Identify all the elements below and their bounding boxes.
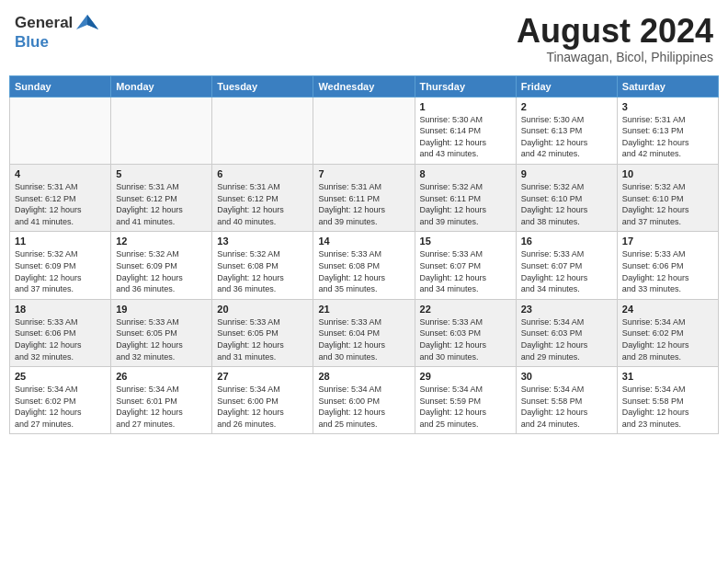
- day-number: 30: [521, 371, 612, 382]
- calendar-cell: 20Sunrise: 5:33 AM Sunset: 6:05 PM Dayli…: [212, 299, 313, 366]
- calendar-cell: 4Sunrise: 5:31 AM Sunset: 6:12 PM Daylig…: [10, 164, 111, 231]
- day-info: Sunrise: 5:33 AM Sunset: 6:07 PM Dayligh…: [521, 248, 612, 294]
- calendar-cell: 10Sunrise: 5:32 AM Sunset: 6:10 PM Dayli…: [617, 164, 718, 231]
- calendar-cell: 24Sunrise: 5:34 AM Sunset: 6:02 PM Dayli…: [617, 299, 718, 366]
- col-saturday: Saturday: [617, 75, 718, 97]
- day-number: 4: [15, 168, 106, 179]
- day-number: 13: [217, 236, 308, 247]
- calendar-cell: 2Sunrise: 5:30 AM Sunset: 6:13 PM Daylig…: [516, 97, 617, 164]
- logo-blue-text: Blue: [15, 33, 49, 51]
- col-monday: Monday: [111, 75, 212, 97]
- day-number: 23: [521, 304, 612, 315]
- day-info: Sunrise: 5:34 AM Sunset: 6:00 PM Dayligh…: [217, 384, 308, 430]
- calendar-cell: 3Sunrise: 5:31 AM Sunset: 6:13 PM Daylig…: [617, 97, 718, 164]
- day-number: 29: [420, 371, 511, 382]
- title-block: August 2024 Tinawagan, Bicol, Philippine…: [517, 13, 713, 64]
- calendar-table: Sunday Monday Tuesday Wednesday Thursday…: [9, 75, 719, 435]
- calendar-cell: [111, 97, 212, 164]
- day-info: Sunrise: 5:33 AM Sunset: 6:04 PM Dayligh…: [318, 316, 409, 362]
- week-row-5: 25Sunrise: 5:34 AM Sunset: 6:02 PM Dayli…: [10, 367, 719, 434]
- day-number: 7: [318, 168, 409, 179]
- day-number: 3: [622, 101, 713, 112]
- calendar-cell: 12Sunrise: 5:32 AM Sunset: 6:09 PM Dayli…: [111, 232, 212, 299]
- logo-general-text: General: [15, 14, 73, 32]
- svg-marker-1: [87, 15, 98, 29]
- calendar-cell: 31Sunrise: 5:34 AM Sunset: 5:58 PM Dayli…: [617, 367, 718, 434]
- day-info: Sunrise: 5:31 AM Sunset: 6:13 PM Dayligh…: [622, 114, 713, 160]
- calendar-cell: 7Sunrise: 5:31 AM Sunset: 6:11 PM Daylig…: [313, 164, 415, 231]
- day-number: 5: [116, 168, 207, 179]
- location: Tinawagan, Bicol, Philippines: [517, 50, 713, 64]
- calendar-cell: 5Sunrise: 5:31 AM Sunset: 6:12 PM Daylig…: [111, 164, 212, 231]
- calendar-cell: 26Sunrise: 5:34 AM Sunset: 6:01 PM Dayli…: [111, 367, 212, 434]
- col-sunday: Sunday: [10, 75, 111, 97]
- day-info: Sunrise: 5:34 AM Sunset: 5:59 PM Dayligh…: [420, 384, 511, 430]
- day-info: Sunrise: 5:31 AM Sunset: 6:11 PM Dayligh…: [318, 181, 409, 227]
- calendar-cell: 17Sunrise: 5:33 AM Sunset: 6:06 PM Dayli…: [617, 232, 718, 299]
- calendar-cell: [10, 97, 111, 164]
- calendar-cell: 15Sunrise: 5:33 AM Sunset: 6:07 PM Dayli…: [415, 232, 516, 299]
- calendar-cell: 28Sunrise: 5:34 AM Sunset: 6:00 PM Dayli…: [313, 367, 415, 434]
- day-info: Sunrise: 5:31 AM Sunset: 6:12 PM Dayligh…: [217, 181, 308, 227]
- day-number: 18: [15, 304, 106, 315]
- day-number: 26: [116, 371, 207, 382]
- week-row-4: 18Sunrise: 5:33 AM Sunset: 6:06 PM Dayli…: [10, 299, 719, 366]
- day-info: Sunrise: 5:31 AM Sunset: 6:12 PM Dayligh…: [116, 181, 207, 227]
- calendar-cell: 8Sunrise: 5:32 AM Sunset: 6:11 PM Daylig…: [415, 164, 516, 231]
- day-number: 21: [318, 304, 409, 315]
- day-info: Sunrise: 5:33 AM Sunset: 6:08 PM Dayligh…: [318, 248, 409, 294]
- week-row-1: 1Sunrise: 5:30 AM Sunset: 6:14 PM Daylig…: [10, 97, 719, 164]
- calendar-cell: 6Sunrise: 5:31 AM Sunset: 6:12 PM Daylig…: [212, 164, 313, 231]
- day-info: Sunrise: 5:33 AM Sunset: 6:07 PM Dayligh…: [420, 248, 511, 294]
- calendar-cell: 27Sunrise: 5:34 AM Sunset: 6:00 PM Dayli…: [212, 367, 313, 434]
- header: General Blue August 2024 Tinawagan, Bico…: [9, 9, 719, 68]
- calendar-cell: 30Sunrise: 5:34 AM Sunset: 5:58 PM Dayli…: [516, 367, 617, 434]
- day-number: 11: [15, 236, 106, 247]
- day-number: 10: [622, 168, 713, 179]
- calendar-cell: 16Sunrise: 5:33 AM Sunset: 6:07 PM Dayli…: [516, 232, 617, 299]
- day-info: Sunrise: 5:34 AM Sunset: 6:02 PM Dayligh…: [15, 384, 106, 430]
- calendar-cell: [313, 97, 415, 164]
- day-number: 12: [116, 236, 207, 247]
- col-tuesday: Tuesday: [212, 75, 313, 97]
- day-number: 31: [622, 371, 713, 382]
- calendar-cell: 29Sunrise: 5:34 AM Sunset: 5:59 PM Dayli…: [415, 367, 516, 434]
- day-info: Sunrise: 5:33 AM Sunset: 6:05 PM Dayligh…: [116, 316, 207, 362]
- day-info: Sunrise: 5:32 AM Sunset: 6:10 PM Dayligh…: [622, 181, 713, 227]
- month-title: August 2024: [517, 13, 713, 50]
- col-wednesday: Wednesday: [313, 75, 415, 97]
- day-number: 6: [217, 168, 308, 179]
- calendar-cell: 23Sunrise: 5:34 AM Sunset: 6:03 PM Dayli…: [516, 299, 617, 366]
- logo-bird-icon: [74, 13, 100, 33]
- day-info: Sunrise: 5:34 AM Sunset: 6:02 PM Dayligh…: [622, 316, 713, 362]
- day-number: 24: [622, 304, 713, 315]
- day-number: 27: [217, 371, 308, 382]
- calendar-cell: 22Sunrise: 5:33 AM Sunset: 6:03 PM Dayli…: [415, 299, 516, 366]
- day-info: Sunrise: 5:33 AM Sunset: 6:03 PM Dayligh…: [420, 316, 511, 362]
- day-info: Sunrise: 5:34 AM Sunset: 6:03 PM Dayligh…: [521, 316, 612, 362]
- day-info: Sunrise: 5:34 AM Sunset: 6:00 PM Dayligh…: [318, 384, 409, 430]
- calendar-cell: 9Sunrise: 5:32 AM Sunset: 6:10 PM Daylig…: [516, 164, 617, 231]
- day-number: 2: [521, 101, 612, 112]
- day-info: Sunrise: 5:33 AM Sunset: 6:06 PM Dayligh…: [622, 248, 713, 294]
- day-number: 8: [420, 168, 511, 179]
- day-number: 15: [420, 236, 511, 247]
- day-number: 14: [318, 236, 409, 247]
- calendar-cell: 11Sunrise: 5:32 AM Sunset: 6:09 PM Dayli…: [10, 232, 111, 299]
- day-number: 25: [15, 371, 106, 382]
- day-info: Sunrise: 5:30 AM Sunset: 6:13 PM Dayligh…: [521, 114, 612, 160]
- col-thursday: Thursday: [415, 75, 516, 97]
- day-number: 9: [521, 168, 612, 179]
- day-info: Sunrise: 5:34 AM Sunset: 5:58 PM Dayligh…: [521, 384, 612, 430]
- week-row-2: 4Sunrise: 5:31 AM Sunset: 6:12 PM Daylig…: [10, 164, 719, 231]
- day-info: Sunrise: 5:32 AM Sunset: 6:09 PM Dayligh…: [116, 248, 207, 294]
- col-friday: Friday: [516, 75, 617, 97]
- day-info: Sunrise: 5:31 AM Sunset: 6:12 PM Dayligh…: [15, 181, 106, 227]
- calendar-cell: [212, 97, 313, 164]
- day-info: Sunrise: 5:30 AM Sunset: 6:14 PM Dayligh…: [420, 114, 511, 160]
- calendar-cell: 25Sunrise: 5:34 AM Sunset: 6:02 PM Dayli…: [10, 367, 111, 434]
- day-number: 20: [217, 304, 308, 315]
- calendar-header-row: Sunday Monday Tuesday Wednesday Thursday…: [10, 75, 719, 97]
- calendar-cell: 21Sunrise: 5:33 AM Sunset: 6:04 PM Dayli…: [313, 299, 415, 366]
- day-number: 16: [521, 236, 612, 247]
